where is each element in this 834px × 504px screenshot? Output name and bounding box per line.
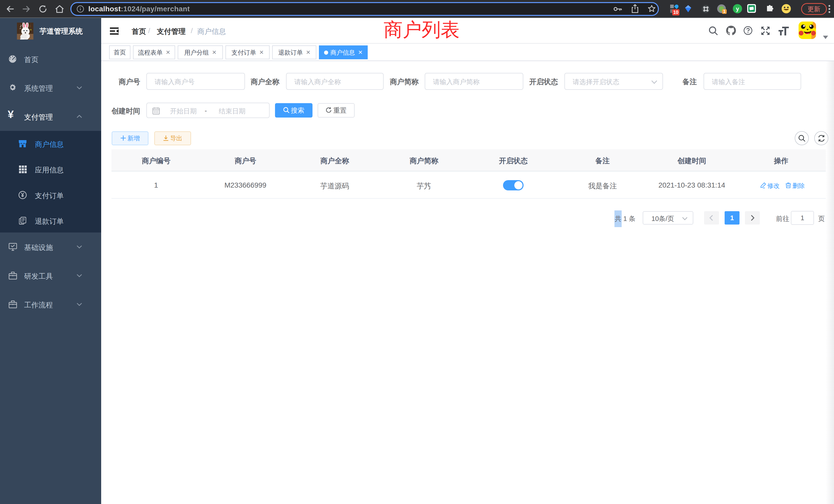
svg-text:1: 1	[723, 9, 726, 14]
svg-text:y: y	[736, 6, 739, 12]
